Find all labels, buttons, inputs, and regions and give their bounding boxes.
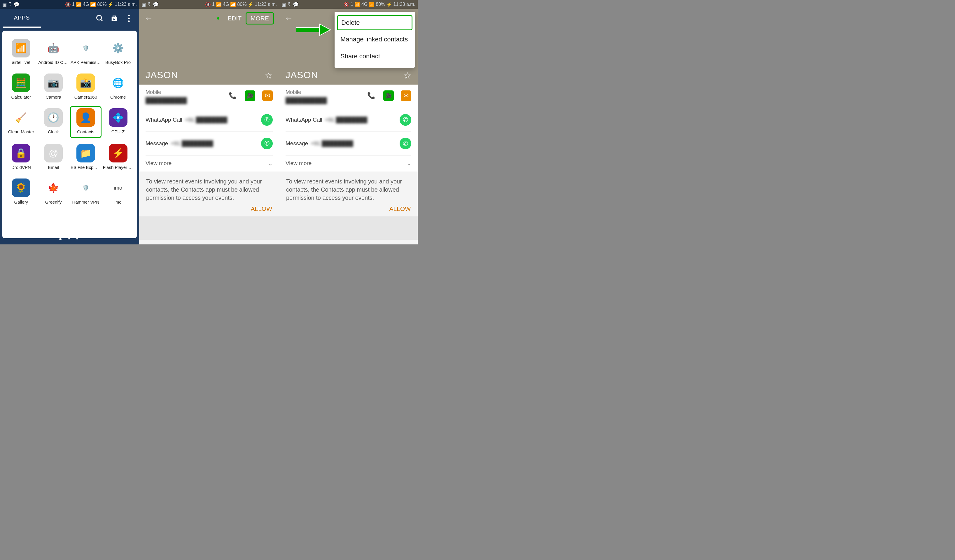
app-camera[interactable]: 📷Camera xyxy=(38,74,69,99)
favorite-star-icon[interactable]: ☆ xyxy=(265,70,273,80)
svg-rect-6 xyxy=(296,27,319,32)
menu-share-contact[interactable]: Share contact xyxy=(335,48,415,65)
permission-box: To view recent events involving you and … xyxy=(279,172,418,216)
whatsapp-icon[interactable]: ✆ xyxy=(399,138,411,149)
image-icon: ▣ xyxy=(141,2,146,7)
image-icon: ▣ xyxy=(282,2,286,7)
app-label: Gallery xyxy=(14,200,28,205)
video-icon[interactable]: 🎥 xyxy=(383,91,394,101)
empty-area xyxy=(279,216,418,240)
search-icon[interactable] xyxy=(92,14,107,22)
app-contacts[interactable]: 👤Contacts xyxy=(70,106,102,138)
favorite-star-icon[interactable]: ☆ xyxy=(403,70,411,80)
app-airtel-live[interactable]: 📶airtel live! xyxy=(6,39,36,65)
call-icon[interactable]: 📞 xyxy=(366,91,376,101)
network-type: 4G xyxy=(223,2,229,7)
whatsapp-icon[interactable]: ✆ xyxy=(261,114,273,126)
app-icon: 📁 xyxy=(77,144,95,163)
permission-text: To view recent events involving you and … xyxy=(286,177,411,202)
app-imo[interactable]: imoimo xyxy=(103,178,133,205)
view-more-row[interactable]: View more ⌄ xyxy=(146,155,273,172)
message-icon[interactable]: ✉ xyxy=(401,91,411,101)
app-icon: 🧮 xyxy=(12,74,30,92)
whatsapp-icon[interactable]: ✆ xyxy=(399,114,411,126)
sim-icon: 1 xyxy=(351,2,353,7)
mute-icon: 🔇 xyxy=(65,2,71,7)
app-label: Clock xyxy=(48,129,59,134)
svg-point-4 xyxy=(128,17,130,19)
app-android-id-cha[interactable]: 🤖Android ID Cha… xyxy=(38,39,69,65)
app-camera360[interactable]: 📸Camera360 xyxy=(70,74,101,99)
page-indicator: ● • • xyxy=(0,236,139,242)
app-greenify[interactable]: 🍁Greenify xyxy=(38,178,69,205)
message-icon[interactable]: ✉ xyxy=(262,91,273,101)
whatsapp-icon[interactable]: ✆ xyxy=(261,138,273,149)
wa-msg-label: Message xyxy=(146,140,168,146)
messenger-icon: 💬 xyxy=(14,2,20,7)
back-button[interactable]: ← xyxy=(284,13,293,23)
svg-point-5 xyxy=(128,20,130,22)
status-bar: ▣🎙💬 🔇1📶4G📶80%⚡11:23 a.m. xyxy=(139,0,279,9)
edit-button[interactable]: EDIT xyxy=(224,13,246,23)
video-icon[interactable]: 🎥 xyxy=(245,91,255,101)
signal-icon: 📶 xyxy=(216,2,222,7)
app-icon: 📶 xyxy=(12,39,30,58)
allow-button[interactable]: ALLOW xyxy=(146,202,272,212)
more-button[interactable]: MORE xyxy=(246,12,274,25)
app-label: BusyBox Pro xyxy=(105,60,131,65)
app-label: Chrome xyxy=(110,94,126,99)
signal-icon: 📶 xyxy=(354,2,360,7)
app-icon: 🌐 xyxy=(109,74,127,92)
menu-delete[interactable]: Delete xyxy=(337,15,412,30)
whatsapp-message-row[interactable]: Message +91 ████████ ✆ xyxy=(146,132,273,155)
app-label: Contacts xyxy=(77,129,94,134)
app-cpu-z[interactable]: 💠CPU-Z xyxy=(103,108,133,135)
status-left: ▣ 🎙 💬 xyxy=(2,2,20,7)
whatsapp-call-row[interactable]: WhatsApp Call +91 ████████ ✆ xyxy=(286,108,411,131)
permission-text: To view recent events involving you and … xyxy=(146,177,272,202)
image-icon: ▣ xyxy=(2,2,7,7)
call-icon[interactable]: 📞 xyxy=(227,91,238,101)
battery-pct: 80% xyxy=(376,2,385,7)
app-icon: 🌻 xyxy=(12,178,30,197)
wa-msg-num: +91 ████████ xyxy=(311,140,353,146)
app-gallery[interactable]: 🌻Gallery xyxy=(6,178,36,205)
tab-apps[interactable]: APPS xyxy=(3,9,41,28)
app-label: CPU-Z xyxy=(111,129,125,134)
app-icon: 📷 xyxy=(44,74,63,92)
app-hammer-vpn[interactable]: 🛡️Hammer VPN xyxy=(70,178,101,205)
battery-pct: 80% xyxy=(237,2,246,7)
app-label: APK Permissio… xyxy=(70,60,101,65)
app-label: imo xyxy=(114,200,122,205)
whatsapp-call-row[interactable]: WhatsApp Call +91 ████████ ✆ xyxy=(146,108,273,131)
app-flash-player-s[interactable]: ⚡Flash Player S… xyxy=(103,144,133,170)
store-icon[interactable] xyxy=(107,14,122,22)
view-more-row[interactable]: View more ⌄ xyxy=(286,155,411,172)
wa-msg-num: +91 ████████ xyxy=(171,140,213,146)
app-icon: ⚡ xyxy=(109,144,127,163)
screen-app-drawer: ▣ 🎙 💬 🔇 1 📶 4G 📶 80% ⚡ 11:23 a.m. APPS 📶… xyxy=(0,0,139,244)
app-clean-master[interactable]: 🧹Clean Master xyxy=(6,108,36,135)
app-calculator[interactable]: 🧮Calculator xyxy=(6,74,36,99)
app-droidvpn[interactable]: 🔒DroidVPN xyxy=(6,144,36,170)
app-es-file-explorer[interactable]: 📁ES File Explorer xyxy=(70,144,101,170)
wa-call-label: WhatsApp Call xyxy=(146,117,182,123)
app-label: Android ID Cha… xyxy=(38,60,69,65)
more-popup-menu: Delete Manage linked contacts Share cont… xyxy=(335,12,415,68)
app-label: Email xyxy=(48,165,59,170)
allow-button[interactable]: ALLOW xyxy=(286,202,411,212)
view-more-label: View more xyxy=(286,160,312,167)
app-icon: 🕐 xyxy=(44,108,63,127)
overflow-icon[interactable] xyxy=(122,14,136,22)
app-panel: 📶airtel live!🤖Android ID Cha…🛡️APK Permi… xyxy=(2,31,137,238)
back-button[interactable]: ← xyxy=(144,13,153,23)
messenger-icon: 💬 xyxy=(153,2,159,7)
app-busybox-pro[interactable]: ⚙️BusyBox Pro xyxy=(103,39,133,65)
app-email[interactable]: @Email xyxy=(38,144,69,170)
app-clock[interactable]: 🕐Clock xyxy=(38,108,69,135)
app-chrome[interactable]: 🌐Chrome xyxy=(103,74,133,99)
whatsapp-message-row[interactable]: Message +91 ████████ ✆ xyxy=(286,132,411,155)
app-icon: 🤖 xyxy=(44,39,63,58)
app-apk-permissio[interactable]: 🛡️APK Permissio… xyxy=(70,39,101,65)
menu-manage-linked[interactable]: Manage linked contacts xyxy=(335,31,415,48)
